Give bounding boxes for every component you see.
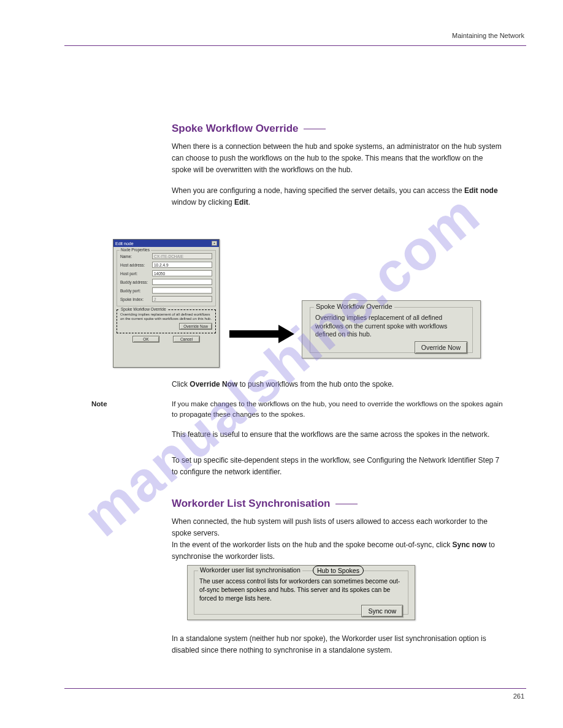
bottom-rule xyxy=(64,688,526,689)
para-spoke-2: When you are configuring a node, having … xyxy=(172,185,503,208)
section-underline-icon xyxy=(335,504,358,504)
para-sync-1: When connected, the hub system will push… xyxy=(172,516,503,539)
workorder-sync-panel: Workorder user list synchronisation Hub … xyxy=(187,565,415,620)
click-override-line: Click Override Now to push workflows fro… xyxy=(172,380,503,389)
arrow-icon xyxy=(229,325,294,343)
label-host-address: Host address: xyxy=(120,263,152,267)
host-address-field[interactable]: 10.2.4.9 xyxy=(152,262,212,268)
label-buddy-port: Buddy port: xyxy=(120,289,152,293)
row-name: Name: CX-ITE-DCHAIE xyxy=(120,253,212,259)
note-label: Note xyxy=(91,399,147,409)
edit-node-override-text: Overriding implies replacement of all de… xyxy=(120,313,212,321)
section-title-spoke: Spoke Workflow Override xyxy=(172,123,326,135)
hub-to-spokes-badge: Hub to Spokes xyxy=(313,566,364,575)
override-now-button[interactable]: Override Now xyxy=(415,341,467,354)
label-host-port: Host port: xyxy=(120,271,152,276)
label-name: Name: xyxy=(120,254,152,259)
spoke-override-title: Spoke Workflow Override xyxy=(314,303,394,310)
header-section-label: Maintaining the Network xyxy=(452,32,524,39)
para-tail-b: To set up specific site-dependent steps … xyxy=(172,455,503,478)
host-port-field[interactable]: 14050 xyxy=(152,270,212,276)
para-sync-2: In the event of the workorder lists on t… xyxy=(172,539,503,563)
cancel-button[interactable]: Cancel xyxy=(173,336,200,343)
buddy-address-field[interactable] xyxy=(152,279,212,285)
edit-node-titlebar: Edit node × xyxy=(113,240,219,247)
ok-button[interactable]: OK xyxy=(132,336,159,343)
spoke-override-frame: Spoke Workflow Override Overriding impli… xyxy=(310,307,473,353)
row-buddy-address: Buddy address: xyxy=(120,279,212,285)
node-properties-label: Node Properties xyxy=(120,248,151,252)
section-title-text: Spoke Workflow Override xyxy=(172,123,299,134)
para-sync-3: In a standalone system (neither hub nor … xyxy=(172,633,503,656)
section-underline-icon xyxy=(304,129,326,129)
spoke-override-panel: Spoke Workflow Override Overriding impli… xyxy=(302,300,481,358)
edit-node-title: Edit node xyxy=(115,241,134,246)
label-spoke-index: Spoke Index: xyxy=(120,297,152,301)
row-host-port: Host port: 14050 xyxy=(120,270,212,276)
row-buddy-port: Buddy port: xyxy=(120,287,212,294)
section-title-sync: Workorder List Synchronisation xyxy=(172,498,358,510)
section-title-sync-text: Workorder List Synchronisation xyxy=(172,498,331,509)
workorder-sync-title: Workorder user list synchronisation xyxy=(198,566,302,574)
node-properties-group: Node Properties Name: CX-ITE-DCHAIE Host… xyxy=(117,250,216,306)
para-tail-a: This feature is useful to ensure that th… xyxy=(172,429,503,441)
workorder-sync-frame: Workorder user list synchronisation Hub … xyxy=(194,571,408,615)
row-spoke-index: Spoke Index: 2 xyxy=(120,296,212,302)
buddy-port-field[interactable] xyxy=(152,287,212,294)
sync-now-button[interactable]: Sync now xyxy=(361,605,403,617)
para-spoke-1: When there is a connection between the h… xyxy=(172,141,503,176)
note-text: If you make changes to the workflows on … xyxy=(172,399,503,419)
label-buddy-address: Buddy address: xyxy=(120,280,152,284)
close-icon[interactable]: × xyxy=(212,241,217,246)
top-rule xyxy=(64,45,526,46)
spoke-override-desc: Overriding implies replacement of all de… xyxy=(315,314,467,339)
spoke-index-field: 2 xyxy=(152,296,212,302)
edit-node-override-group: Spoke Workflow Override Overriding impli… xyxy=(117,309,216,333)
edit-node-dialog: Edit node × Node Properties Name: CX-ITE… xyxy=(113,239,220,368)
row-host-address: Host address: 10.2.4.9 xyxy=(120,262,212,268)
edit-node-override-title: Spoke Workflow Override xyxy=(120,307,167,311)
edit-node-override-button[interactable]: Override Now xyxy=(179,323,212,330)
page-number: 261 xyxy=(513,692,524,700)
name-field: CX-ITE-DCHAIE xyxy=(152,253,212,259)
edit-node-footer: OK Cancel xyxy=(117,336,216,343)
workorder-sync-desc: The user access control lists for workor… xyxy=(199,577,403,602)
